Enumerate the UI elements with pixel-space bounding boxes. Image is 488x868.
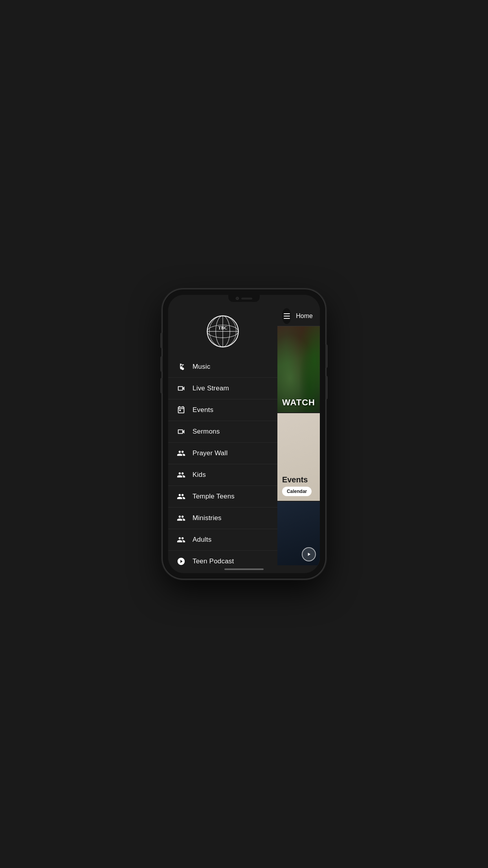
sidebar-item-label-temple-teens: Temple Teens xyxy=(193,493,235,500)
screen-content: TBC Music xyxy=(168,306,320,565)
nav-items-list: Music Live Stream xyxy=(168,353,277,565)
notch xyxy=(228,295,260,302)
video-camera-icon xyxy=(176,383,186,394)
watch-card[interactable]: WATCH xyxy=(277,326,320,412)
ministries-people-icon xyxy=(176,513,186,523)
hamburger-menu-button[interactable] xyxy=(282,308,291,324)
cards-content: WATCH Events Calendar xyxy=(277,326,320,565)
events-card[interactable]: Events Calendar xyxy=(277,412,320,501)
sidebar-item-sermons[interactable]: Sermons xyxy=(168,421,277,443)
community-card[interactable] xyxy=(277,501,320,565)
watch-card-label: WATCH xyxy=(282,397,315,408)
phone-screen: TBC Music xyxy=(168,295,320,573)
sidebar-item-label-ministries: Ministries xyxy=(193,514,222,522)
sidebar-item-ministries[interactable]: Ministries xyxy=(168,508,277,529)
calendar-button[interactable]: Calendar xyxy=(282,487,312,496)
sidebar-item-kids[interactable]: Kids xyxy=(168,464,277,486)
sidebar-item-label-kids: Kids xyxy=(193,471,206,479)
sidebar-item-label-live-stream: Live Stream xyxy=(193,384,229,392)
phone-device: TBC Music xyxy=(163,289,325,579)
sidebar-item-label-music: Music xyxy=(193,363,210,371)
main-content-panel: Home WATCH Events Calenda xyxy=(277,306,320,565)
sermon-video-icon xyxy=(176,427,186,437)
prayer-people-icon xyxy=(176,448,186,458)
sidebar-item-label-prayer-wall: Prayer Wall xyxy=(193,449,227,457)
sidebar-item-events[interactable]: Events xyxy=(168,399,277,421)
podcast-play-icon xyxy=(176,556,186,565)
calendar-button-label: Calendar xyxy=(287,489,307,494)
sidebar-item-adults[interactable]: Adults xyxy=(168,529,277,551)
sidebar-item-teen-podcast[interactable]: Teen Podcast xyxy=(168,551,277,565)
adults-people-icon xyxy=(176,535,186,545)
home-indicator xyxy=(168,565,320,573)
sidebar-item-label-sermons: Sermons xyxy=(193,428,220,436)
sidebar-item-label-teen-podcast: Teen Podcast xyxy=(193,557,234,565)
sidebar-item-prayer-wall[interactable]: Prayer Wall xyxy=(168,443,277,464)
hamburger-lines-icon xyxy=(284,313,290,319)
sidebar-item-label-events: Events xyxy=(193,406,213,414)
sidebar-item-music[interactable]: Music xyxy=(168,356,277,378)
music-icon xyxy=(176,362,186,372)
sidebar-item-label-adults: Adults xyxy=(193,536,211,544)
events-card-label: Events xyxy=(282,475,315,484)
svg-text:TBC: TBC xyxy=(218,326,227,331)
sidebar-item-temple-teens[interactable]: Temple Teens xyxy=(168,486,277,508)
community-play-button[interactable] xyxy=(302,547,316,561)
home-page-label: Home xyxy=(296,313,315,320)
calendar-icon xyxy=(176,405,186,415)
sidebar-item-live-stream[interactable]: Live Stream xyxy=(168,378,277,399)
app-logo: TBC xyxy=(205,314,240,349)
earpiece-speaker xyxy=(241,298,252,300)
sidebar-header: TBC xyxy=(168,306,277,353)
nav-drawer: TBC Music xyxy=(168,306,277,565)
front-camera xyxy=(236,297,239,300)
top-header: Home xyxy=(277,306,320,326)
home-bar xyxy=(224,568,264,570)
status-bar xyxy=(168,295,320,306)
teens-people-icon xyxy=(176,491,186,502)
kids-people-icon xyxy=(176,470,186,480)
